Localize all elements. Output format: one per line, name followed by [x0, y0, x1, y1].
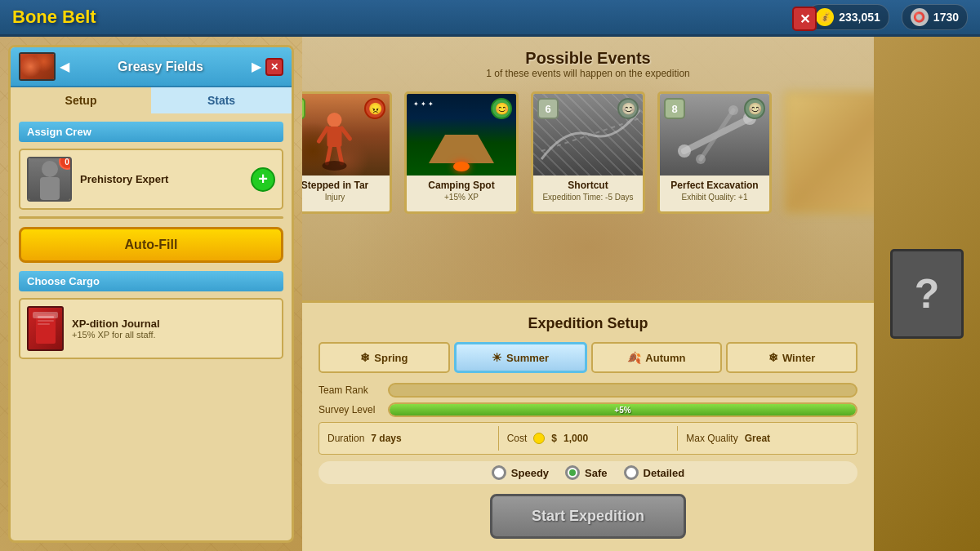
crew-add-button[interactable]: +: [251, 167, 275, 192]
stat-row-team-rank: Team Rank: [318, 383, 858, 398]
panel-content: Assign Crew 0 Prehistory Expert: [11, 113, 292, 374]
currency-group: 💰 233,051 ⭕ 1730: [807, 4, 968, 30]
location-header: ◀ Greasy Fields ▶ ✕: [11, 47, 292, 87]
main-content: Possible Events 1 of these events will h…: [302, 37, 874, 551]
svg-rect-7: [327, 127, 342, 147]
events-area: Possible Events 1 of these events will h…: [302, 37, 874, 300]
expedition-info-row: Duration 7 days Cost $ 1,000 Max Quality…: [318, 422, 858, 455]
svg-line-16: [701, 110, 733, 159]
event-card-title-0: Stepped in Tar: [302, 176, 390, 193]
event-badge-emoji-0: 😠: [364, 98, 385, 119]
svg-point-12: [323, 161, 347, 171]
speedy-radio: [492, 465, 506, 480]
svg-line-11: [339, 147, 342, 163]
season-buttons: ❄ Spring ☀ Summer 🍂 Autumn ❄ Winter: [318, 342, 858, 373]
choose-cargo-header: Choose Cargo: [19, 271, 283, 291]
cargo-item-1[interactable]: XP-dition Journal +15% XP for all staff.: [19, 298, 283, 359]
crew-name-1: Prehistory Expert: [80, 173, 251, 185]
crew-slot-1: 0 Prehistory Expert +: [19, 149, 283, 210]
svg-rect-1: [40, 177, 60, 200]
team-rank-bar: [388, 383, 858, 398]
token-currency: ⭕ 1730: [902, 4, 968, 30]
duration-item: Duration 7 days: [327, 433, 490, 444]
event-badge-number-2: 6: [537, 98, 559, 119]
duration-label: Duration: [327, 433, 364, 444]
cost-label: Cost: [507, 433, 528, 444]
tab-setup[interactable]: Setup: [11, 87, 151, 113]
stars-deco: ✦ ✦ ✦: [413, 100, 434, 108]
events-title: Possible Events: [318, 49, 858, 68]
location-close-button[interactable]: ✕: [265, 58, 283, 76]
svg-point-6: [327, 113, 342, 127]
token-value: 1730: [933, 11, 959, 24]
left-panel: ◀ Greasy Fields ▶ ✕ Setup Stats Assign C…: [0, 37, 302, 551]
winter-label: Winter: [782, 352, 815, 364]
season-button-autumn[interactable]: 🍂 Autumn: [591, 342, 723, 373]
season-button-summer[interactable]: ☀ Summer: [454, 342, 587, 373]
speed-options: Speedy Safe Detailed: [318, 461, 858, 484]
coin-icon: [533, 433, 545, 444]
event-card-subtitle-3: Exhibit Quality: +1: [660, 193, 769, 206]
crew-empty-divider: [19, 216, 283, 219]
survey-level-bar: +5%: [388, 402, 858, 417]
stat-row-survey-level: Survey Level +5%: [318, 402, 858, 417]
event-card-image-1: 😊 ✦ ✦ ✦: [407, 94, 516, 176]
event-card-title-1: Camping Spot: [407, 176, 516, 193]
gold-icon: 💰: [816, 8, 834, 26]
gold-value: 233,051: [839, 11, 880, 24]
cost-coin-icon: [533, 433, 545, 444]
autumn-icon: 🍂: [627, 351, 641, 364]
speed-option-speedy[interactable]: Speedy: [492, 465, 549, 480]
event-badge-emoji-2: 😊: [617, 98, 639, 119]
info-divider-1: [498, 426, 499, 451]
season-button-spring[interactable]: ❄ Spring: [318, 342, 450, 373]
detailed-radio: [624, 465, 639, 480]
spring-label: Spring: [374, 352, 408, 364]
expedition-close-button[interactable]: ✕: [792, 7, 817, 31]
speed-option-detailed[interactable]: Detailed: [624, 465, 685, 480]
event-card-3[interactable]: 8 😊 Perfect Excavation Exhibit Quality: …: [657, 91, 772, 214]
survey-level-bar-label: +5%: [390, 404, 856, 415]
event-badge-emoji-1: 😊: [491, 98, 512, 119]
auto-fill-button[interactable]: Auto-Fill: [19, 227, 283, 263]
event-card-2[interactable]: 6 😊 Shortcut Expedition Time: -5 Days: [531, 91, 645, 214]
start-expedition-button[interactable]: Start Expedition: [490, 494, 686, 539]
event-card-subtitle-2: Expedition Time: -5 Days: [533, 193, 643, 206]
safe-radio-fill: [569, 469, 576, 476]
events-subtitle: 1 of these events will happen on the exp…: [318, 68, 858, 79]
season-button-winter[interactable]: ❄ Winter: [726, 342, 858, 373]
svg-point-17: [696, 154, 706, 164]
cost-amount: 1,000: [564, 433, 588, 444]
speed-option-safe[interactable]: Safe: [565, 465, 607, 480]
cargo-desc-1: +15% XP for all staff.: [72, 330, 160, 340]
event-cards-row: 6 😠 Stepped in Tar Injury: [318, 91, 858, 214]
setup-title: Expedition Setup: [318, 315, 858, 332]
game-title: Bone Belt: [12, 7, 807, 28]
cargo-icon-1: [27, 306, 64, 351]
detailed-label: Detailed: [644, 467, 685, 479]
cargo-info-1: XP-dition Journal +15% XP for all staff.: [64, 318, 160, 340]
event-card-image-0: 6 😠: [302, 94, 390, 176]
event-card-0[interactable]: 6 😠 Stepped in Tar Injury: [302, 91, 392, 214]
svg-point-18: [728, 105, 738, 115]
event-card-1[interactable]: 😊 ✦ ✦ ✦ Camping Spot +15% XP: [404, 91, 519, 214]
event-card-image-3: 8 😊: [660, 94, 769, 176]
location-next-arrow[interactable]: ▶: [247, 59, 265, 74]
cost-item: Cost $ 1,000: [507, 433, 670, 444]
quality-value: Great: [745, 433, 770, 444]
tab-stats[interactable]: Stats: [151, 87, 292, 113]
speedy-label: Speedy: [511, 467, 549, 479]
summer-label: Summer: [506, 352, 549, 364]
autumn-label: Autumn: [645, 352, 685, 364]
assign-crew-header: Assign Crew: [19, 122, 283, 142]
svg-rect-4: [38, 320, 54, 322]
event-badge-number-0: 6: [302, 98, 305, 119]
event-card-image-2: 6 😊: [533, 94, 643, 176]
location-prev-arrow[interactable]: ◀: [56, 59, 74, 74]
summer-icon: ☀: [492, 351, 502, 364]
svg-point-0: [42, 161, 58, 177]
location-thumbnail: [19, 52, 56, 81]
cost-value: $: [551, 433, 557, 444]
cargo-name-1: XP-dition Journal: [72, 318, 160, 330]
svg-line-9: [342, 128, 350, 139]
